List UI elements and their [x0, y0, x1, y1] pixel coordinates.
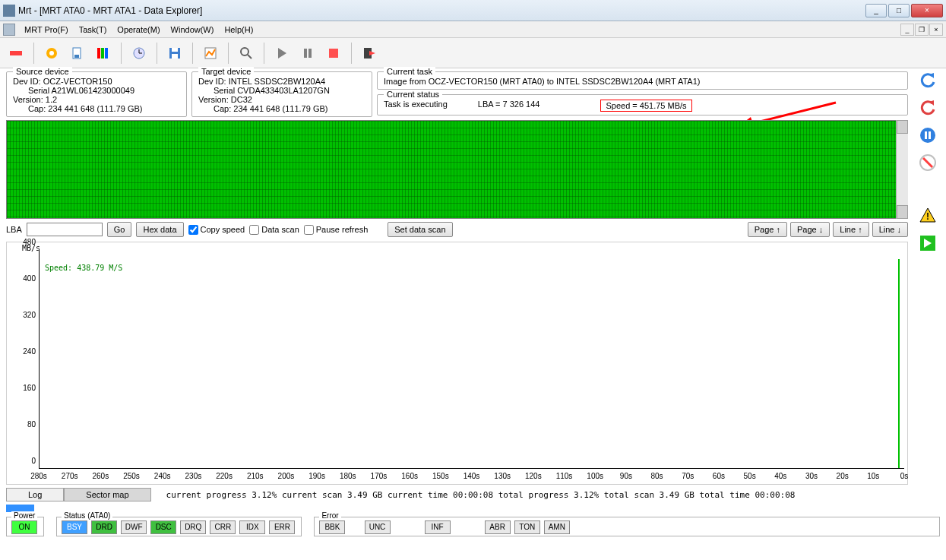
- progress-text: current progress 3.12% current scan 3.49…: [166, 490, 796, 500]
- svg-text:!: !: [926, 211, 929, 222]
- minimize-button[interactable]: _: [865, 4, 887, 17]
- power-group: Power ON: [6, 517, 44, 536]
- tb-clock-icon[interactable]: [128, 42, 150, 65]
- svg-rect-27: [929, 131, 931, 139]
- svg-point-15: [241, 48, 248, 55]
- target-devid: Dev ID: INTEL SSDSC2BW120A4: [198, 77, 365, 86]
- status-drq[interactable]: DRQ: [180, 520, 206, 534]
- task-text: Image from OCZ-VECTOR150 (MRT ATA0) to I…: [384, 77, 901, 86]
- undo-icon[interactable]: [916, 68, 940, 93]
- status-bsy[interactable]: BSY: [62, 520, 87, 534]
- tb-color-icon[interactable]: [92, 42, 115, 65]
- source-serial: Serial A21WL061423000049: [13, 86, 180, 95]
- forward-icon[interactable]: [916, 231, 940, 255]
- copyspeed-checkbox[interactable]: Copy speed: [188, 225, 245, 235]
- linedown-button[interactable]: Line ↓: [872, 222, 908, 237]
- go-button[interactable]: Go: [107, 222, 132, 237]
- tb-stop-icon[interactable]: [322, 42, 345, 65]
- tb-gear-icon[interactable]: [40, 42, 63, 65]
- power-title: Power: [11, 511, 37, 520]
- progress-bar: [6, 505, 903, 512]
- mdi-restore-button[interactable]: ❐: [915, 24, 929, 36]
- tb-search-icon[interactable]: [235, 42, 258, 65]
- menu-mrtpro[interactable]: MRT Pro(F): [20, 24, 73, 36]
- tab-log[interactable]: Log: [6, 488, 64, 501]
- status-idx[interactable]: IDX: [239, 520, 265, 534]
- setdatascan-button[interactable]: Set data scan: [388, 222, 452, 237]
- status-crr[interactable]: CRR: [210, 520, 236, 534]
- svg-rect-18: [304, 49, 307, 58]
- status-err[interactable]: ERR: [269, 520, 295, 534]
- error-group: Error BBK UNC INF ABR TON AMN: [314, 517, 940, 536]
- pauserefresh-checkbox[interactable]: Pause refresh: [304, 225, 368, 235]
- current-task-panel: Current task Image from OCZ-VECTOR150 (M…: [377, 71, 908, 90]
- error-bbk[interactable]: BBK: [319, 520, 345, 534]
- status-dwf[interactable]: DWF: [121, 520, 147, 534]
- tb-connect-icon[interactable]: [5, 42, 27, 65]
- svg-line-16: [248, 55, 252, 59]
- cancel-icon[interactable]: [916, 150, 940, 175]
- power-on-button[interactable]: ON: [11, 520, 37, 534]
- mdi-minimize-button[interactable]: _: [900, 24, 914, 36]
- chart-spike: [898, 259, 900, 468]
- svg-rect-19: [308, 49, 312, 58]
- mdi-close-button[interactable]: ×: [929, 24, 943, 36]
- tb-pause-icon[interactable]: [296, 42, 319, 65]
- pageup-button[interactable]: Page ↑: [748, 222, 787, 237]
- error-unc[interactable]: UNC: [365, 520, 391, 534]
- tb-save-icon[interactable]: [163, 42, 186, 65]
- svg-rect-6: [101, 48, 104, 59]
- sector-scrollbar[interactable]: [896, 120, 908, 219]
- svg-rect-13: [172, 54, 178, 59]
- lba-label: LBA: [6, 225, 22, 234]
- svg-line-29: [923, 158, 932, 167]
- warning-icon[interactable]: !: [916, 204, 940, 228]
- tb-doc-icon[interactable]: [66, 42, 89, 65]
- menu-help[interactable]: Help(H): [220, 24, 258, 36]
- svg-rect-5: [97, 48, 100, 59]
- status-group-title: Status (ATA0): [62, 511, 112, 520]
- redo-icon[interactable]: [916, 96, 940, 120]
- lineup-button[interactable]: Line ↑: [833, 222, 868, 237]
- error-ton[interactable]: TON: [514, 520, 540, 534]
- status-drd[interactable]: DRD: [91, 520, 117, 534]
- tb-play-icon[interactable]: [271, 42, 293, 65]
- pagedown-button[interactable]: Page ↓: [790, 222, 830, 237]
- menu-window[interactable]: Window(W): [166, 24, 219, 36]
- chart-xaxis: 280s270s260s250s240s230s220s210s200s190s…: [39, 472, 904, 482]
- menu-operate[interactable]: Operate(M): [112, 24, 164, 36]
- source-device-panel: Source device Dev ID: OCZ-VECTOR150 Seri…: [6, 71, 187, 117]
- close-button[interactable]: ×: [911, 4, 943, 17]
- svg-rect-12: [172, 48, 178, 52]
- status-lba: LBA = 7 326 144: [478, 100, 540, 112]
- hexdata-button[interactable]: Hex data: [136, 222, 183, 237]
- status-dsc[interactable]: DSC: [150, 520, 176, 534]
- controls-row: LBA Go Hex data Copy speed Data scan Pau…: [6, 219, 908, 240]
- tb-chart-icon[interactable]: [199, 42, 222, 65]
- current-status-panel: Current status Task is executing LBA = 7…: [377, 94, 908, 115]
- datascan-checkbox[interactable]: Data scan: [249, 225, 299, 235]
- svg-rect-0: [10, 51, 22, 55]
- source-version: Version: 1.2: [13, 95, 180, 104]
- svg-rect-26: [925, 131, 927, 139]
- side-toolbar: !: [913, 68, 943, 255]
- status-executing: Task is executing: [384, 100, 448, 112]
- error-amn[interactable]: AMN: [544, 520, 570, 534]
- sector-map-grid[interactable]: [6, 120, 908, 219]
- svg-rect-4: [74, 55, 79, 58]
- tab-sectormap[interactable]: Sector map: [64, 488, 150, 501]
- tb-exit-icon[interactable]: [358, 42, 381, 65]
- source-devid: Dev ID: OCZ-VECTOR150: [13, 77, 180, 86]
- status-group: Status (ATA0) BSY DRD DWF DSC DRQ CRR ID…: [56, 517, 302, 536]
- target-device-panel: Target device Dev ID: INTEL SSDSC2BW120A…: [191, 71, 372, 117]
- svg-rect-7: [105, 48, 108, 59]
- maximize-button[interactable]: □: [888, 4, 910, 17]
- lba-input[interactable]: [27, 223, 103, 236]
- pause-circle-icon[interactable]: [916, 123, 940, 147]
- chart-yaxis: 480 400 320 240 160 80 0: [7, 250, 37, 469]
- error-inf[interactable]: INF: [425, 520, 451, 534]
- svg-marker-17: [278, 48, 286, 59]
- error-abr[interactable]: ABR: [485, 520, 511, 534]
- menu-task[interactable]: Task(T): [74, 24, 112, 36]
- source-cap: Cap: 234 441 648 (111.79 GB): [13, 104, 180, 113]
